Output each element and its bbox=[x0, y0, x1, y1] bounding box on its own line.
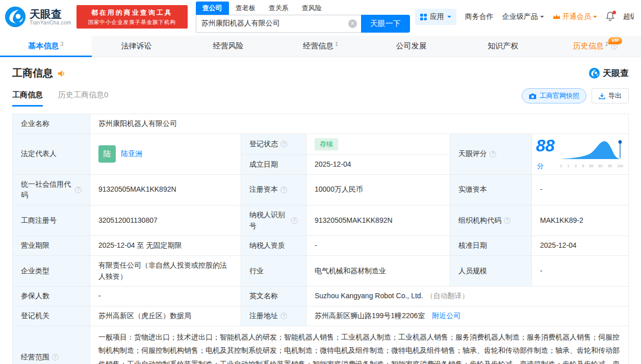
tianyancha-logo[interactable]: 天眼查 TianYanCha.com bbox=[4, 6, 71, 28]
avatar[interactable]: 陆 bbox=[98, 145, 116, 163]
reg-authority-label: 登记机关 bbox=[13, 306, 90, 326]
search-tab-boss[interactable]: 查老板 bbox=[229, 2, 262, 15]
business-info-table: 企业名称 苏州康阳机器人有限公司 法定代表人 陆 陆亚洲 登记状态 bbox=[12, 114, 629, 364]
industry-label: 行业 bbox=[241, 255, 306, 286]
industry-value: 电气机械和器材制造业 bbox=[306, 255, 450, 286]
watermark-text: 天眼查 bbox=[603, 67, 629, 79]
logo-swirl-icon bbox=[4, 6, 27, 28]
score-distribution-chart: 01 35 5080 95100 bbox=[559, 139, 624, 169]
tab-intellectual-property[interactable]: 知识产权 bbox=[458, 36, 550, 57]
legal-rep-label: 法定代表人 bbox=[13, 134, 90, 174]
table-row: 参保人数 - 英文名称 Suzhou Kangyang Robot Co., L… bbox=[13, 287, 629, 306]
scope-label: 经营范围 bbox=[13, 326, 90, 364]
table-row: 企业名称 苏州康阳机器人有限公司 bbox=[13, 114, 629, 134]
help-icon[interactable] bbox=[75, 187, 82, 193]
export-button[interactable]: 导出 bbox=[592, 88, 629, 103]
tab-basic-info[interactable]: 基本信息3 bbox=[0, 36, 92, 57]
reg-capital-label: 注册资本 bbox=[241, 174, 306, 205]
search-tab-risk[interactable]: 查风险 bbox=[295, 2, 328, 15]
crown-icon bbox=[553, 14, 560, 20]
english-name-value: Suzhou Kangyang Robot Co., Ltd.（自动翻译） bbox=[306, 287, 629, 306]
score-value[interactable]: 88分 01 35 5080 95100 bbox=[532, 134, 629, 174]
promo-line2: 国家中小企业发展子基金旗下机构 bbox=[88, 19, 176, 26]
tab-legal-litigation[interactable]: 法律诉讼 bbox=[92, 36, 184, 57]
export-icon bbox=[599, 93, 605, 99]
chevron-down-icon bbox=[447, 16, 451, 20]
business-coop-link[interactable]: 商务合作 bbox=[465, 12, 494, 21]
help-icon[interactable] bbox=[291, 217, 298, 224]
taxpayer-id-label: 纳税人识别号 bbox=[241, 205, 306, 236]
search-tab-company[interactable]: 查公司 bbox=[196, 2, 229, 15]
official-snapshot-button[interactable]: 工商官网快照 bbox=[522, 88, 586, 103]
notification-dot bbox=[612, 11, 616, 14]
address-value: 苏州高新区狮山路199号1幢2206室 附近公司 bbox=[306, 306, 629, 326]
credit-code-label: 统一社会信用代码 bbox=[13, 174, 90, 205]
score-label: 天眼评分 bbox=[450, 134, 532, 174]
section-title: 工商信息 bbox=[12, 66, 53, 80]
logo-text: 天眼查 bbox=[30, 8, 71, 20]
legal-rep-link[interactable]: 陆亚洲 bbox=[121, 148, 142, 160]
help-icon[interactable] bbox=[280, 141, 287, 147]
english-name-label: 英文名称 bbox=[241, 287, 306, 306]
auto-translate-note: （自动翻译） bbox=[426, 292, 469, 300]
table-row: 企业类型 有限责任公司（非自然人投资或控股的法人独资） 行业 电气机械和器材制造… bbox=[13, 255, 629, 286]
company-name-value: 苏州康阳机器人有限公司 bbox=[90, 114, 629, 134]
taxpayer-quality-label: 纳税人资质 bbox=[241, 236, 306, 256]
address-label: 注册地址 bbox=[241, 306, 306, 326]
legal-rep-value: 陆 陆亚洲 bbox=[90, 134, 241, 174]
tianyancha-watermark: 天眼查 bbox=[588, 67, 629, 79]
reg-status-label: 登记状态 bbox=[241, 134, 306, 154]
table-row: 登记机关 苏州高新区（虎丘区）数据局 注册地址 苏州高新区狮山路199号1幢22… bbox=[13, 306, 629, 326]
tab-company-development[interactable]: 公司发展 bbox=[366, 36, 458, 57]
table-row: 工商注册号 320512001130807 纳税人识别号 91320505MAK… bbox=[13, 205, 629, 236]
nearby-companies-link[interactable]: 附近公司 bbox=[432, 311, 460, 320]
help-icon[interactable] bbox=[280, 313, 287, 319]
est-date-label: 成立日期 bbox=[241, 154, 306, 174]
company-type-label: 企业类型 bbox=[13, 255, 90, 286]
notifications-button[interactable] bbox=[606, 12, 614, 22]
reg-no-label: 工商注册号 bbox=[13, 205, 90, 236]
search-tab-relation[interactable]: 查关系 bbox=[262, 2, 295, 15]
search-button[interactable]: 天眼一下 bbox=[361, 15, 410, 33]
score-curve bbox=[559, 139, 624, 160]
logo-swirl-icon bbox=[588, 67, 600, 79]
search-input[interactable] bbox=[196, 15, 361, 33]
company-name-label: 企业名称 bbox=[13, 114, 90, 134]
approve-date-value: 2025-12-04 bbox=[532, 236, 629, 256]
est-date-value: 2025-12-04 bbox=[306, 154, 450, 174]
vip-badge: VIP bbox=[608, 37, 622, 44]
clear-input-icon[interactable] bbox=[348, 19, 357, 28]
approve-date-label: 核准日期 bbox=[450, 236, 532, 256]
table-row: 营业期限 2025-12-04 至 无固定期限 纳税人资质 - 核准日期 202… bbox=[13, 236, 629, 256]
term-label: 营业期限 bbox=[13, 236, 90, 256]
table-row: 法定代表人 陆 陆亚洲 登记状态 存续 天眼评分 bbox=[13, 134, 629, 154]
open-vip-menu[interactable]: 开通会员 bbox=[553, 12, 597, 21]
help-icon[interactable] bbox=[490, 151, 496, 158]
enterprise-product-menu[interactable]: 企业级产品 bbox=[502, 12, 544, 21]
apps-menu[interactable]: 应用 bbox=[415, 9, 456, 25]
org-code-value: MAK1KK89-2 bbox=[532, 205, 629, 236]
tab-operation-info[interactable]: 经营信息1 bbox=[275, 36, 367, 57]
staff-size-label: 人员规模 bbox=[450, 255, 532, 286]
subtab-history-business-info[interactable]: 历史工商信息0 bbox=[58, 90, 108, 107]
taxpayer-id-value: 91320505MAK1KK892N bbox=[306, 205, 450, 236]
super-risk-menu[interactable]: 超级风 bbox=[623, 12, 634, 21]
insured-value: - bbox=[90, 287, 241, 306]
chevron-down-icon bbox=[593, 16, 597, 20]
reg-capital-value: 10000万人民币 bbox=[306, 174, 450, 205]
monitor-horn-icon[interactable] bbox=[57, 69, 66, 77]
tab-operation-risk[interactable]: 经营风险 bbox=[183, 36, 275, 57]
promo-banner: 都在用的商业查询工具 国家中小企业发展子基金旗下机构 bbox=[76, 5, 188, 29]
company-nav-tabs: 基本信息3 法律诉讼 经营风险 经营信息1 公司发展 知识产权 VIP 历史信息… bbox=[0, 36, 641, 57]
logo-domain: TianYanCha.com bbox=[30, 20, 71, 25]
subtab-business-info[interactable]: 工商信息 bbox=[12, 90, 43, 107]
tab-history-info[interactable]: VIP 历史信息2 bbox=[549, 36, 641, 57]
term-value: 2025-12-04 至 无固定期限 bbox=[90, 236, 241, 256]
help-icon[interactable] bbox=[52, 354, 59, 360]
table-row: 经营范围 一般项目：货物进出口；技术进出口；智能机器人的研发；智能机器人销售；工… bbox=[13, 326, 629, 364]
search-tabs: 查公司 查老板 查关系 查风险 bbox=[196, 2, 410, 15]
help-icon[interactable] bbox=[504, 217, 510, 224]
score-axis: 01 35 5080 95100 bbox=[559, 164, 624, 169]
help-icon[interactable] bbox=[280, 187, 287, 193]
status-badge: 存续 bbox=[315, 138, 338, 150]
